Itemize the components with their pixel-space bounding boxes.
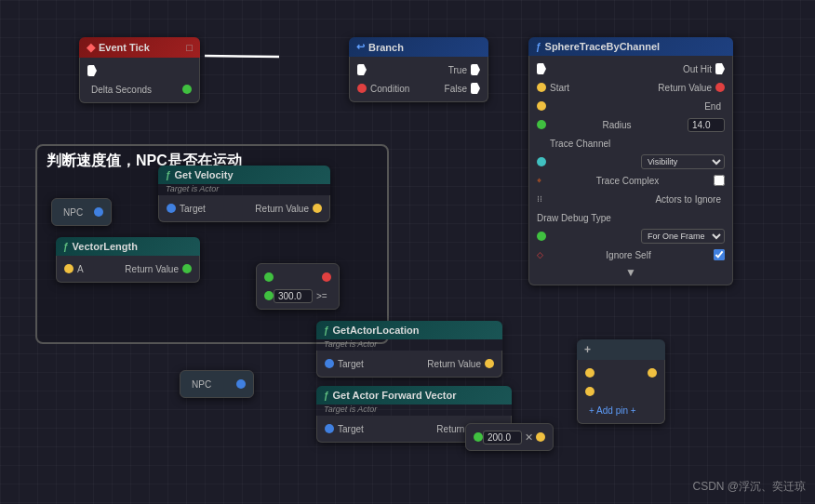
vector-return-label: Return Value (121, 264, 182, 274)
compare-node: >= (256, 263, 340, 310)
branch-false-label: False (441, 84, 471, 94)
add-pin-body: + Add pin + (577, 360, 665, 424)
get-actor-forward-title: Get Actor Forward Vector (333, 390, 457, 401)
npc-connector-body: NPC (180, 370, 254, 398)
add-pin-header: + (577, 339, 665, 360)
watermark: CSDN @浮沉、奕迁琼 (692, 479, 806, 495)
branch-condition-label: Condition (367, 84, 413, 94)
draw-debug-label: Draw Debug Type (537, 213, 615, 223)
get-velocity-return-label: Return Value (251, 204, 313, 214)
get-velocity-return-pin[interactable] (313, 204, 322, 213)
vector-length-header: ƒ VectorLength (56, 237, 200, 256)
sphere-trace-title: SphereTraceByChannel (545, 41, 661, 52)
multiply-out-pin[interactable] (536, 432, 545, 442)
sphere-ignoreself-row: ◇ Ignore Self (529, 245, 732, 264)
add-pin-row2 (578, 382, 664, 401)
ignore-self-checkbox[interactable] (714, 249, 725, 260)
vector-a-pin[interactable] (64, 264, 73, 273)
compare-in-pin[interactable] (264, 272, 274, 282)
forward-target-label: Target (334, 424, 367, 434)
add-in2-pin[interactable] (585, 387, 595, 396)
get-actor-forward-header: ƒ Get Actor Forward Vector (316, 386, 512, 405)
compare-body: >= (256, 263, 340, 310)
sphere-drawdebug-label-row: Draw Debug Type (529, 208, 732, 227)
vector-return-pin[interactable] (182, 264, 192, 273)
branch-condition-pin[interactable] (357, 84, 367, 93)
npc-inside-label: NPC (60, 207, 87, 218)
get-velocity-target-row: Target Return Value (159, 199, 329, 218)
branch-true-label: True (445, 65, 471, 75)
sphere-actors-row: ⁞⁞ Actors to Ignore (529, 190, 732, 208)
sphere-tracechannel-dropdown-row: Visibility (529, 153, 732, 171)
sphere-tracechannel-pin[interactable] (537, 157, 546, 166)
branch-exec-in-row: True (350, 60, 488, 79)
sphere-start-pin[interactable] (537, 83, 546, 92)
multiply-in-pin[interactable] (474, 432, 483, 442)
branch-title: Branch (368, 42, 404, 53)
get-velocity-node: ƒ Get Velocity Target is Actor Target Re… (158, 166, 330, 222)
branch-exec-in-pin[interactable] (357, 64, 367, 75)
add-out-pin[interactable] (648, 368, 657, 378)
compare-value-pin[interactable] (264, 291, 274, 300)
sphere-trace-node: ƒ SphereTraceByChannel Out Hit Start Ret… (528, 37, 733, 285)
vector-length-body: A Return Value (56, 256, 200, 283)
delta-seconds-pin[interactable] (182, 85, 192, 94)
add-in1-pin[interactable] (585, 368, 595, 378)
get-actor-location-title: GetActorLocation (333, 325, 420, 336)
multiply-value-input[interactable] (483, 431, 522, 444)
sphere-exec-in[interactable] (537, 63, 546, 74)
event-tick-title: Event Tick (99, 42, 150, 53)
multiply-row: ✕ (466, 428, 553, 446)
trace-channel-dropdown[interactable]: Visibility (641, 154, 725, 169)
npc-connector-pin[interactable] (236, 379, 246, 389)
npc-inside-node: NPC (51, 198, 112, 226)
return-value-pin[interactable] (715, 83, 725, 92)
npc-connector-row: NPC (180, 375, 253, 393)
get-velocity-subtitle: Target is Actor (158, 184, 330, 195)
sphere-radius-pin[interactable] (537, 120, 546, 129)
draw-debug-dropdown[interactable]: For One Frame (641, 229, 725, 244)
forward-target-pin[interactable] (325, 424, 334, 433)
sphere-start-row: Start Return Value (529, 78, 732, 97)
sphere-end-pin[interactable] (537, 101, 546, 111)
vector-a-row: A Return Value (57, 259, 199, 278)
npc-inside-pin[interactable] (94, 207, 103, 217)
out-hit-label: Out Hit (679, 64, 715, 74)
event-tick-node: ◆ Event Tick □ Delta Seconds (79, 37, 200, 103)
get-velocity-title: Get Velocity (175, 169, 234, 180)
delta-seconds-label: Delta Seconds (87, 85, 155, 95)
location-target-pin[interactable] (325, 359, 334, 368)
add-pin-row1 (578, 364, 664, 382)
sphere-expand-arrow[interactable]: ▼ (529, 264, 732, 281)
branch-false-pin[interactable] (471, 83, 480, 94)
location-return-pin[interactable] (485, 359, 494, 368)
compare-input-row (257, 268, 339, 286)
add-pin-label[interactable]: + Add pin + (585, 405, 640, 416)
event-tick-body: Delta Seconds (79, 58, 200, 103)
branch-true-pin[interactable] (471, 64, 480, 75)
draw-debug-pin[interactable] (537, 232, 546, 241)
event-tick-header: ◆ Event Tick □ (79, 37, 200, 58)
compare-value-input[interactable] (274, 289, 313, 303)
event-tick-exec-pin[interactable] (87, 65, 97, 76)
sphere-trace-header: ƒ SphereTraceByChannel (528, 37, 733, 56)
sphere-radius-input[interactable] (688, 118, 725, 132)
get-velocity-target-label: Target (176, 204, 209, 214)
branch-body: True Condition False (349, 57, 488, 102)
sphere-exec-row: Out Hit (529, 60, 732, 78)
trace-channel-label: Trace Channel (537, 139, 614, 149)
ignore-self-label: Ignore Self (602, 250, 654, 260)
vector-length-title: VectorLength (73, 241, 138, 252)
sphere-radius-row: Radius (529, 115, 732, 134)
get-velocity-body: Target Return Value (158, 195, 330, 222)
branch-node: ↩ Branch True Condition False (349, 37, 488, 102)
out-hit-pin[interactable] (715, 63, 725, 74)
get-actor-forward-subtitle: Target is Actor (316, 405, 512, 416)
location-return-label: Return Value (423, 359, 485, 369)
get-velocity-target-pin[interactable] (167, 204, 176, 213)
compare-out-pin[interactable] (322, 272, 331, 282)
add-pin-node: + + Add pin + (577, 339, 665, 424)
trace-complex-label: Trace Complex (593, 176, 662, 186)
trace-complex-checkbox[interactable] (714, 175, 725, 186)
sphere-end-row: End (529, 97, 732, 115)
